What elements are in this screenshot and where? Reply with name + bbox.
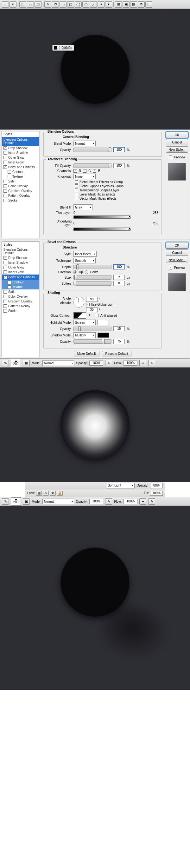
brush-panel-icon[interactable]: ⊞ bbox=[23, 498, 30, 505]
pressure-size-icon[interactable]: ✎ bbox=[148, 498, 155, 505]
channel-r-check[interactable] bbox=[73, 169, 77, 173]
hopacity-slider[interactable] bbox=[73, 327, 111, 331]
style-check[interactable] bbox=[3, 304, 7, 308]
style-check[interactable] bbox=[3, 146, 7, 150]
tool-icon[interactable]: ▢ bbox=[35, 1, 41, 8]
size-input[interactable]: 2 bbox=[113, 275, 125, 280]
style-item[interactable]: Stroke bbox=[2, 198, 39, 203]
fill-opacity-input[interactable]: 100 bbox=[113, 163, 125, 168]
cb-transparency[interactable] bbox=[75, 188, 78, 192]
technique-select[interactable]: Smooth bbox=[73, 258, 96, 264]
brush-panel-icon[interactable]: ⊞ bbox=[23, 360, 30, 366]
tool-icon[interactable]: ◯ bbox=[75, 1, 82, 8]
style-item[interactable]: Color Overlay bbox=[2, 184, 39, 188]
cb-layermask[interactable] bbox=[75, 193, 78, 196]
tool-icon[interactable]: ▭ bbox=[60, 1, 67, 8]
style-item[interactable]: Stroke bbox=[2, 308, 39, 313]
tool-icon[interactable]: ○ bbox=[2, 1, 9, 8]
tool-icon[interactable]: ⬭ bbox=[82, 1, 89, 8]
style-check[interactable] bbox=[3, 266, 7, 269]
soften-input[interactable]: 0 bbox=[113, 281, 125, 286]
style-item[interactable]: Blending Options: Default bbox=[2, 247, 39, 255]
channel-b-check[interactable] bbox=[93, 169, 96, 173]
preview-check[interactable] bbox=[169, 266, 172, 270]
style-check[interactable] bbox=[3, 295, 7, 298]
depth-input[interactable]: 100 bbox=[113, 265, 125, 270]
style-check[interactable] bbox=[3, 261, 7, 265]
mode-select[interactable]: Normal bbox=[42, 360, 74, 366]
gloss-contour[interactable] bbox=[73, 312, 86, 319]
style-check[interactable] bbox=[3, 199, 7, 202]
style-item[interactable]: Outer Glow bbox=[2, 265, 39, 270]
knockout-select[interactable]: None bbox=[73, 174, 96, 179]
channel-g-check[interactable] bbox=[83, 169, 86, 173]
style-check[interactable] bbox=[3, 194, 7, 197]
this-layer-slider[interactable] bbox=[73, 216, 130, 219]
style-check[interactable] bbox=[3, 309, 7, 313]
tool-icon[interactable]: ✿ bbox=[52, 1, 59, 8]
style-check[interactable] bbox=[3, 189, 7, 193]
lock-position-icon[interactable]: ✥ bbox=[50, 491, 56, 496]
angle-wheel[interactable] bbox=[73, 297, 84, 308]
style-item[interactable]: Inner Glow bbox=[2, 270, 39, 275]
style-check[interactable] bbox=[3, 161, 7, 164]
style-check[interactable] bbox=[8, 170, 11, 174]
airbrush-icon[interactable]: ✦ bbox=[139, 360, 146, 366]
highlight-mode-select[interactable]: Screen bbox=[73, 319, 96, 325]
depth-slider[interactable] bbox=[73, 265, 111, 269]
tool-icon[interactable]: ✎ bbox=[44, 1, 51, 8]
fill-opacity-slider[interactable] bbox=[73, 163, 111, 168]
tool-icon[interactable]: ▣ bbox=[122, 1, 129, 8]
tool-icon[interactable]: ▤ bbox=[130, 1, 137, 8]
sopacity-slider[interactable] bbox=[73, 339, 111, 344]
style-check[interactable] bbox=[8, 175, 11, 178]
dir-up-radio[interactable] bbox=[73, 270, 77, 274]
lock-all-icon[interactable]: 🔒 bbox=[57, 491, 63, 496]
style-item[interactable]: Texture bbox=[2, 285, 39, 289]
style-check[interactable] bbox=[3, 290, 7, 293]
opacity-slider[interactable] bbox=[73, 148, 111, 152]
tool-icon[interactable]: ▾ bbox=[105, 1, 112, 8]
highlight-color[interactable] bbox=[98, 320, 109, 325]
blend-mode-select[interactable]: Normal bbox=[73, 141, 96, 146]
style-check[interactable] bbox=[3, 156, 7, 159]
style-check[interactable] bbox=[3, 180, 7, 183]
cb-vectormask[interactable] bbox=[75, 197, 78, 200]
tool-icon[interactable]: ☐ bbox=[145, 1, 152, 8]
pressure-opacity-icon[interactable]: ✎ bbox=[105, 360, 112, 366]
cb-clipped[interactable] bbox=[75, 184, 78, 188]
under-layer-slider[interactable] bbox=[73, 227, 130, 231]
style-check[interactable] bbox=[3, 165, 7, 169]
style-item[interactable]: Gradient Overlay bbox=[2, 188, 39, 193]
style-check[interactable] bbox=[3, 270, 7, 274]
style-item[interactable]: Drop Shadow bbox=[2, 255, 39, 260]
style-item[interactable]: Pattern Overlay bbox=[2, 304, 39, 308]
style-item[interactable]: Outer Glow bbox=[2, 155, 39, 160]
style-item[interactable]: Contour bbox=[2, 280, 39, 285]
style-check[interactable] bbox=[8, 281, 11, 284]
tool-icon[interactable]: ⬚ bbox=[19, 1, 26, 8]
style-check[interactable] bbox=[3, 151, 7, 155]
global-light-check[interactable] bbox=[86, 303, 89, 306]
tool-icon[interactable]: ▭ bbox=[27, 1, 34, 8]
cb-interior[interactable] bbox=[75, 180, 78, 184]
brush-tool-icon[interactable]: ✎ bbox=[2, 498, 9, 505]
tool-icon[interactable]: ∕ bbox=[90, 1, 97, 8]
opacity-input[interactable]: 100 bbox=[113, 147, 125, 152]
pressure-opacity-icon[interactable]: ✎ bbox=[105, 498, 112, 505]
blendif-select[interactable]: Gray bbox=[73, 205, 92, 210]
ok-button[interactable]: OK bbox=[166, 242, 188, 248]
new-style-button[interactable]: New Style... bbox=[166, 146, 188, 153]
style-item[interactable]: Inner Shadow bbox=[2, 150, 39, 155]
style-item[interactable]: Inner Glow bbox=[2, 160, 39, 165]
brush-tool-icon[interactable]: ✎ bbox=[2, 360, 9, 366]
style-item[interactable]: Bevel and Emboss bbox=[2, 165, 39, 169]
style-check[interactable] bbox=[3, 256, 7, 259]
style-item[interactable]: Drop Shadow bbox=[2, 146, 39, 150]
brush-preview[interactable]: 200 bbox=[11, 497, 21, 505]
ok-button[interactable]: OK bbox=[166, 132, 188, 138]
style-item[interactable]: Satin bbox=[2, 289, 39, 294]
soften-slider[interactable] bbox=[73, 281, 111, 286]
style-item[interactable]: Texture bbox=[2, 174, 39, 179]
style-item[interactable]: Inner Shadow bbox=[2, 260, 39, 265]
